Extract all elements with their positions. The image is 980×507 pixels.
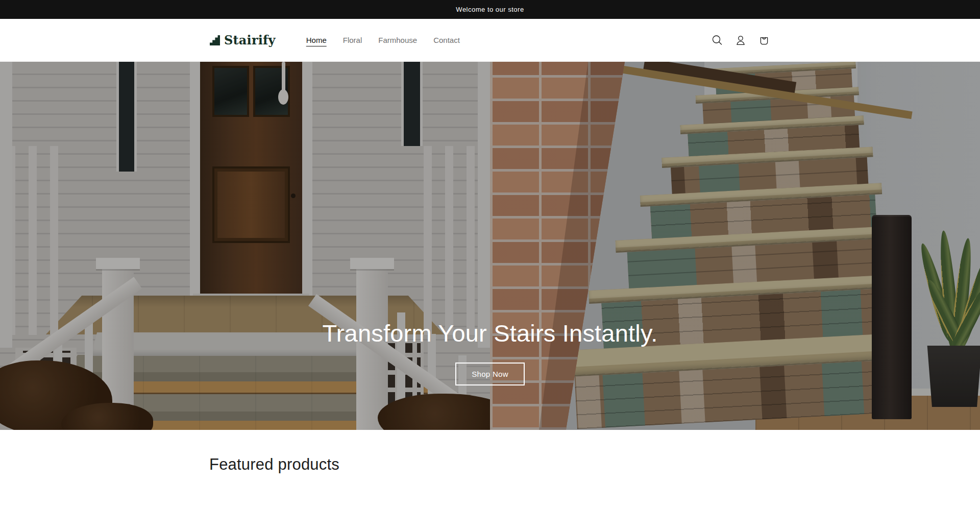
nav-link-contact[interactable]: Contact <box>433 36 460 44</box>
featured-products-heading: Featured products <box>209 455 771 474</box>
header-actions <box>710 34 771 47</box>
account-icon[interactable] <box>734 34 747 47</box>
shop-now-button[interactable]: Shop Now <box>455 363 525 385</box>
hero-banner: Transform Your Stairs Instantly. Shop No… <box>0 62 980 430</box>
storefront-page: Welcome to our store Stairify Home Flora… <box>0 0 980 507</box>
search-icon[interactable] <box>710 34 724 47</box>
announcement-bar: Welcome to our store <box>0 0 980 19</box>
cart-icon[interactable] <box>757 34 771 47</box>
brand-logo[interactable]: Stairify <box>209 33 276 47</box>
nav-link-home[interactable]: Home <box>306 36 327 44</box>
brand-name: Stairify <box>224 33 276 47</box>
site-header: Stairify Home Floral Farmhouse Contact <box>0 19 980 62</box>
hero-content: Transform Your Stairs Instantly. Shop No… <box>133 320 847 385</box>
stairs-logo-icon <box>209 35 220 46</box>
main-nav: Home Floral Farmhouse Contact <box>306 36 460 44</box>
hero-heading: Transform Your Stairs Instantly. <box>133 320 847 347</box>
nav-link-farmhouse[interactable]: Farmhouse <box>378 36 417 44</box>
featured-products-section: Featured products <box>209 430 771 474</box>
nav-link-floral[interactable]: Floral <box>343 36 362 44</box>
announcement-text: Welcome to our store <box>456 6 524 13</box>
